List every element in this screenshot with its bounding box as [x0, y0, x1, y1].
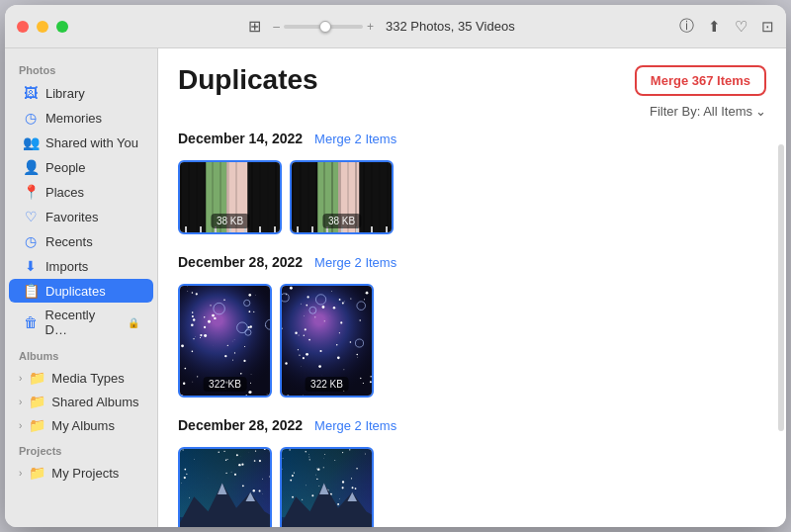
- sidebar-item-recents[interactable]: ◷ Recents: [9, 229, 153, 253]
- sidebar-item-duplicates[interactable]: 📋 Duplicates: [9, 279, 153, 303]
- sidebar-section-albums: Albums: [5, 342, 157, 366]
- sidebar-item-my-albums[interactable]: › 📁 My Albums: [5, 413, 157, 437]
- sidebar-item-media-types[interactable]: › 📁 Media Types: [5, 366, 157, 390]
- duplicate-section-1: December 14, 2022 Merge 2 Items 38 KB 38…: [158, 127, 786, 250]
- chevron-shared-icon: ›: [19, 397, 22, 407]
- lock-icon: 🔒: [128, 317, 139, 328]
- info-icon[interactable]: ⓘ: [679, 17, 694, 36]
- plus-icon: +: [367, 20, 374, 34]
- chevron-albums-icon: ›: [19, 420, 22, 431]
- merge-items-button-3[interactable]: Merge 2 Items: [314, 418, 396, 433]
- titlebar: ⊞ – + 332 Photos, 35 Videos ⓘ ⬆ ♡ ⊡: [5, 5, 786, 48]
- duplicates-icon: 📋: [23, 283, 39, 299]
- crop-icon[interactable]: ⊡: [761, 18, 774, 36]
- favorites-icon: ♡: [23, 209, 39, 224]
- zoom-slider[interactable]: – +: [273, 20, 374, 34]
- sidebar-label-people: People: [45, 160, 85, 175]
- photo-thumb-2-1[interactable]: 322 KB: [178, 284, 272, 398]
- photo-size-1-2: 38 KB: [322, 214, 361, 228]
- chevron-media-icon: ›: [19, 373, 22, 384]
- main-header: Duplicates Merge 367 Items: [158, 48, 786, 104]
- sidebar-item-imports[interactable]: ⬇ Imports: [9, 254, 153, 278]
- section-date-2: December 28, 2022: [178, 254, 303, 270]
- duplicate-section-3: December 28, 2022 Merge 2 Items: [158, 413, 786, 527]
- section-header-2: December 28, 2022 Merge 2 Items: [178, 250, 766, 274]
- trash-icon: 🗑: [23, 314, 39, 330]
- filter-bar: Filter By: All Items ⌄: [158, 104, 786, 127]
- sidebar-item-favorites[interactable]: ♡ Favorites: [9, 205, 153, 228]
- minimize-button[interactable]: [37, 21, 48, 33]
- filter-label[interactable]: Filter By: All Items: [650, 104, 752, 119]
- photo-thumb-1-1[interactable]: 38 KB: [178, 160, 282, 234]
- share-icon[interactable]: ⬆: [708, 18, 721, 36]
- sidebar-label-duplicates: Duplicates: [45, 284, 106, 299]
- fullscreen-button[interactable]: [56, 21, 68, 33]
- photo-thumb-2-2[interactable]: 322 KB: [280, 284, 374, 398]
- sidebar-item-shared-albums[interactable]: › 📁 Shared Albums: [5, 390, 157, 413]
- sidebar-item-my-projects[interactable]: › 📁 My Projects: [5, 461, 157, 485]
- photo-row-2: 322 KB 322 KB: [178, 284, 766, 398]
- photo-size-1-1: 38 KB: [211, 214, 249, 228]
- chevron-projects-icon: ›: [19, 468, 22, 479]
- section-header-3: December 28, 2022 Merge 2 Items: [178, 413, 766, 437]
- photo-thumb-1-2[interactable]: 38 KB: [290, 160, 394, 234]
- main-content: Duplicates Merge 367 Items Filter By: Al…: [158, 48, 786, 527]
- merge-all-button[interactable]: Merge 367 Items: [635, 65, 766, 96]
- photo-row-1: 38 KB 38 KB: [178, 160, 766, 234]
- photo-thumb-3-1[interactable]: [178, 447, 272, 527]
- folder-albums-icon: 📁: [29, 417, 44, 433]
- sidebar-label-memories: Memories: [45, 111, 102, 126]
- imports-icon: ⬇: [23, 258, 39, 274]
- folder-shared-icon: 📁: [29, 394, 44, 409]
- sidebar-label-media-types: Media Types: [51, 371, 124, 386]
- sidebar-item-library[interactable]: 🖼 Library: [9, 81, 153, 105]
- section-header-1: December 14, 2022 Merge 2 Items: [178, 127, 766, 150]
- photo-count: 332 Photos, 35 Videos: [386, 19, 515, 34]
- shared-with-you-icon: 👥: [23, 134, 39, 150]
- sidebar: Photos 🖼 Library ◷ Memories 👥 Shared wit…: [5, 48, 158, 527]
- sidebar-label-my-albums: My Albums: [51, 418, 115, 433]
- section-date-3: December 28, 2022: [178, 417, 303, 433]
- sidebar-item-places[interactable]: 📍 Places: [9, 180, 153, 204]
- people-icon: 👤: [23, 159, 39, 175]
- folder-media-icon: 📁: [29, 370, 44, 386]
- sidebar-label-recents: Recents: [45, 234, 93, 249]
- titlebar-center: ⊞ – + 332 Photos, 35 Videos: [84, 17, 679, 36]
- library-icon: 🖼: [23, 85, 39, 101]
- merge-items-button-2[interactable]: Merge 2 Items: [314, 255, 396, 270]
- view-toggle[interactable]: ⊞: [248, 17, 261, 36]
- page-title: Duplicates: [178, 64, 318, 96]
- recents-icon: ◷: [23, 233, 39, 249]
- sidebar-label-library: Library: [45, 86, 85, 101]
- sidebar-section-projects: Projects: [5, 437, 157, 461]
- sidebar-item-recently-deleted[interactable]: 🗑 Recently D… 🔒: [9, 304, 153, 341]
- titlebar-right-icons: ⓘ ⬆ ♡ ⊡: [679, 17, 774, 36]
- folder-projects-icon: 📁: [29, 465, 44, 481]
- sidebar-label-shared-with-you: Shared with You: [45, 135, 138, 150]
- section-date-1: December 14, 2022: [178, 131, 303, 146]
- traffic-lights: [17, 21, 68, 33]
- photo-size-2-2: 322 KB: [305, 377, 349, 392]
- photo-row-3: [178, 447, 766, 527]
- content-area: Photos 🖼 Library ◷ Memories 👥 Shared wit…: [5, 48, 786, 527]
- filter-chevron-icon: ⌄: [755, 104, 766, 119]
- sidebar-label-shared-albums: Shared Albums: [51, 395, 138, 409]
- heart-icon[interactable]: ♡: [735, 18, 747, 36]
- sidebar-label-my-projects: My Projects: [51, 466, 119, 481]
- scrollbar[interactable]: [778, 144, 784, 431]
- sidebar-label-imports: Imports: [45, 259, 88, 274]
- close-button[interactable]: [17, 21, 29, 33]
- app-window: ⊞ – + 332 Photos, 35 Videos ⓘ ⬆ ♡ ⊡ Phot…: [5, 5, 786, 527]
- duplicate-section-2: December 28, 2022 Merge 2 Items 322 KB 3…: [158, 250, 786, 413]
- merge-items-button-1[interactable]: Merge 2 Items: [314, 132, 396, 146]
- sidebar-item-shared-with-you[interactable]: 👥 Shared with You: [9, 131, 153, 154]
- sidebar-label-places: Places: [45, 185, 84, 200]
- grid-icon: ⊞: [248, 17, 261, 36]
- memories-icon: ◷: [23, 110, 39, 126]
- sidebar-section-photos: Photos: [5, 56, 157, 80]
- minus-icon: –: [273, 20, 280, 34]
- photo-size-2-1: 322 KB: [203, 377, 247, 392]
- photo-thumb-3-2[interactable]: [280, 447, 374, 527]
- sidebar-item-memories[interactable]: ◷ Memories: [9, 106, 153, 130]
- sidebar-item-people[interactable]: 👤 People: [9, 155, 153, 179]
